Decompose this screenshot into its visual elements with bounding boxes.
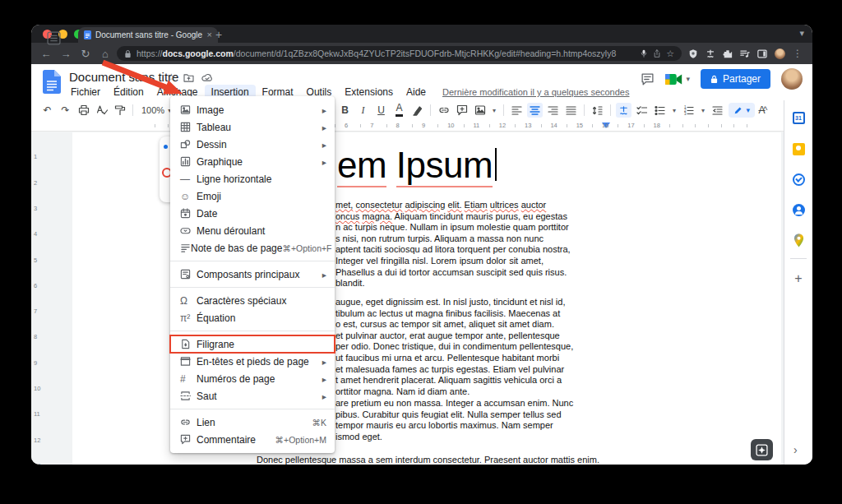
menu-item-menu-deroulant[interactable]: Menu déroulant [170,222,335,239]
editing-mode-button[interactable]: ▾ [729,103,755,118]
explore-button[interactable] [751,439,773,460]
underline-button[interactable]: U [373,103,389,118]
star-document-icon[interactable]: ☆ [167,72,176,83]
align-right-button[interactable] [545,103,561,118]
menu-item-caracteres-speciaux[interactable]: ΩCaractères spéciaux [170,292,335,309]
bookmark-star-icon[interactable]: ☆ [666,49,674,59]
minimize-window-button[interactable] [58,30,67,39]
shield-extension-icon[interactable] [688,49,698,59]
last-edit-link[interactable]: Dernière modification il y a quelques se… [442,87,629,97]
menu-extensions[interactable]: Extensions [338,85,400,99]
insertion-menu: Image▸ Tableau▸ Dessin▸ Graphique▸ —Lign… [170,96,335,453]
menu-item-lien[interactable]: Lien⌘K [170,414,335,431]
cloud-status-icon[interactable] [201,73,213,82]
extensions-puzzle-icon[interactable] [723,49,733,59]
tab-search-chevron-icon[interactable]: ▾ [799,28,804,39]
playlist-extension-icon[interactable] [740,49,750,59]
insert-image-button[interactable] [472,103,488,118]
text-watermark-extension-button[interactable] [616,103,632,118]
close-window-button[interactable] [43,30,52,39]
menu-item-ligne-horizontale[interactable]: —Ligne horizontale [170,170,335,187]
paint-format-button[interactable] [112,103,127,118]
calendar-app-icon[interactable]: 31 [791,110,806,125]
checklist-button[interactable] [634,103,650,118]
print-button[interactable] [76,103,91,118]
tab-close-icon[interactable]: × [207,30,212,39]
reload-button[interactable]: ↻ [77,48,94,60]
google-docs-logo[interactable] [43,70,61,97]
tab-title: Document sans titre - Google D [95,30,203,39]
ruler-tick [695,124,696,127]
menu-item-image[interactable]: Image▸ [170,101,335,118]
redo-button[interactable]: ↷ [58,103,73,118]
browser-menu-icon[interactable]: ⋮ [793,48,803,59]
contacts-app-icon[interactable] [791,202,806,217]
menu-divider [170,261,335,261]
text-color-button[interactable]: A [391,103,407,118]
bold-button[interactable]: B [337,103,353,118]
back-button[interactable]: ← [38,48,54,60]
menu-item-composants-principaux[interactable]: Composants principaux▸ [170,266,335,283]
new-tab-button[interactable]: + [215,28,222,41]
bulleted-list-button[interactable] [652,103,668,118]
menu-item-equation[interactable]: π²Équation [170,309,335,326]
document-title[interactable]: Document sans titre [69,70,178,84]
menu-item-graphique[interactable]: Graphique▸ [170,153,335,170]
italic-button[interactable]: I [355,103,371,118]
add-comment-button[interactable] [454,103,470,118]
numbered-list-chevron-icon[interactable]: ▾ [699,103,707,118]
menu-item-numeros-de-page[interactable]: #Numéros de page▸ [170,370,335,387]
bulleted-list-chevron-icon[interactable]: ▾ [670,103,678,118]
line-spacing-button[interactable] [590,103,605,118]
image-chevron-icon[interactable]: ▾ [490,103,498,118]
tasks-app-icon[interactable] [791,172,806,187]
address-bar[interactable]: https://docs.google.com/document/d/1qZBz… [117,46,682,61]
justify-button[interactable] [563,103,579,118]
menu-item-en-tetes-pieds-de-page[interactable]: En-têtes et pieds de page▸ [170,353,335,370]
menu-item-saut[interactable]: Saut▸ [170,387,335,405]
browser-profile-avatar[interactable] [775,49,785,59]
menu-item-filigrane[interactable]: Filigrane [170,335,335,353]
submenu-arrow-icon: ▸ [322,357,326,367]
ruler-number: 13 [525,122,531,129]
menu-item-commentaire[interactable]: Commentaire⌘+Option+M [170,431,335,448]
keep-app-icon[interactable] [791,141,806,156]
mic-icon[interactable] [640,49,648,58]
translate-extension-icon[interactable] [706,49,715,59]
share-icon[interactable] [653,49,661,58]
toolbar-separator [610,104,611,116]
menu-edition[interactable]: Édition [107,85,150,99]
add-addon-button[interactable]: + [791,271,806,286]
comment-history-icon[interactable] [641,72,655,86]
undo-button[interactable]: ↶ [39,103,55,118]
menu-item-tableau[interactable]: Tableau▸ [170,118,335,136]
browser-tab[interactable]: Document sans titre - Google D × [78,27,218,43]
menu-divider [170,409,335,409]
hide-menus-button[interactable]: ^ [757,103,773,118]
align-center-button[interactable] [527,103,543,118]
insert-link-button[interactable] [436,103,451,118]
ruler-number: 11 [474,122,480,129]
side-panel-icon[interactable] [757,49,767,59]
menu-aide[interactable]: Aide [400,85,433,99]
menu-fichier[interactable]: Fichier [64,85,107,99]
home-button[interactable]: ⌂ [97,48,113,60]
menu-item-emoji[interactable]: ☺Emoji [170,187,335,205]
menu-item-date[interactable]: Date [170,205,335,222]
move-folder-icon[interactable] [183,73,194,82]
meet-button[interactable]: ▾ [665,73,690,86]
forward-button[interactable]: → [58,48,74,60]
zoom-select[interactable]: 100%▾ [138,105,174,115]
menu-item-dessin[interactable]: Dessin▸ [170,136,335,153]
numbered-list-button[interactable]: 123 [681,103,696,118]
align-left-button[interactable] [509,103,525,118]
account-avatar[interactable] [781,68,803,90]
pencil-icon [733,106,743,115]
share-button[interactable]: Partager [701,69,770,89]
spellcheck-button[interactable] [94,103,109,118]
menu-item-note-bas-de-page[interactable]: Note de bas de page⌘+Option+F [170,239,335,257]
panel-expand-chevron[interactable]: › [793,443,798,456]
maps-app-icon[interactable] [791,233,806,247]
highlight-color-button[interactable] [409,103,425,118]
decrease-indent-button[interactable] [710,103,725,118]
